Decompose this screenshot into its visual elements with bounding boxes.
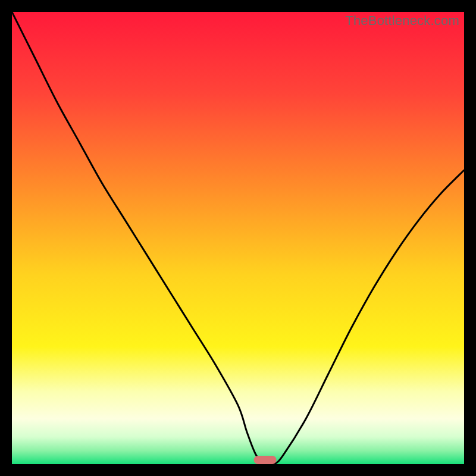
watermark-text: TheBottleneck.com xyxy=(345,13,459,29)
gradient-background xyxy=(12,12,464,464)
chart-plot xyxy=(12,12,464,464)
minimum-marker xyxy=(254,456,277,464)
chart-frame: TheBottleneck.com xyxy=(12,12,464,464)
